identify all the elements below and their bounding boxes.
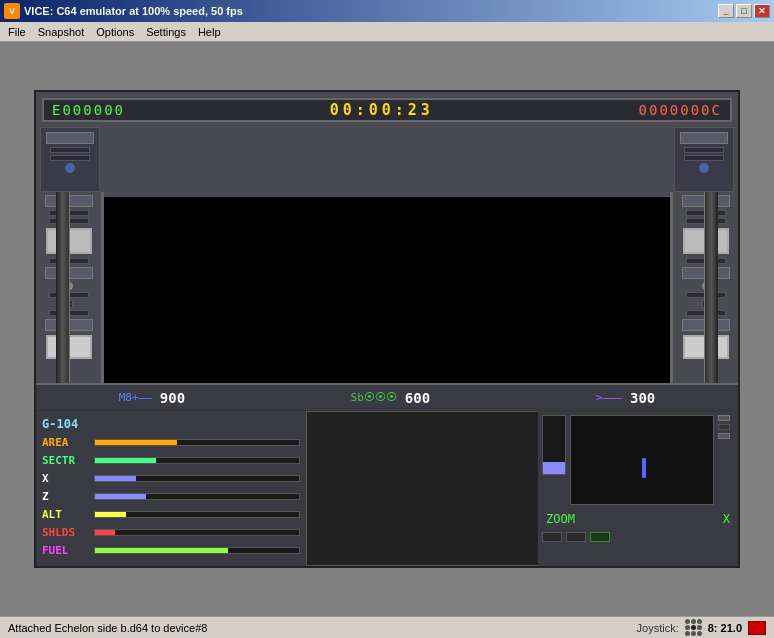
maximize-button[interactable]: □ (736, 4, 752, 18)
timer: 00:00:23 (330, 101, 434, 119)
score-bar: E000000 00:00:23 0000000C (42, 98, 732, 122)
space-view (104, 197, 670, 411)
joystick-label: Joystick: (637, 622, 679, 634)
title-bar-left: V VICE: C64 emulator at 100% speed, 50 f… (4, 3, 243, 19)
menu-bar: File Snapshot Options Settings Help (0, 22, 774, 42)
sectr-label: SECTR (42, 454, 94, 467)
hud-sym-3: >——— (595, 391, 622, 404)
sectr-bar (94, 457, 300, 464)
radar-grid (570, 415, 714, 507)
radar-box: ZOOM X (538, 411, 738, 566)
menu-file[interactable]: File (2, 24, 32, 40)
x-bar (94, 475, 300, 482)
fuel-bar (94, 547, 300, 554)
alt-label: ALT (42, 508, 94, 521)
speed-label: 8: 21.0 (708, 622, 742, 634)
hud-stat-1: M8+—— 900 (119, 390, 185, 406)
radar-side (718, 415, 734, 507)
top-right-panel (674, 127, 734, 192)
status-right: Joystick: 8: 21.0 (637, 619, 766, 636)
area-bar (94, 439, 300, 446)
area-label: AREA (42, 436, 94, 449)
ship-id: G-104 (42, 417, 94, 431)
cockpit-left (36, 192, 104, 411)
hud-sym-2: Sb⦿⦿⦿ (351, 391, 397, 404)
hud-val-2: 600 (405, 390, 430, 406)
window-title: VICE: C64 emulator at 100% speed, 50 fps (24, 5, 243, 17)
z-row: Z (42, 487, 300, 505)
radar-bars (542, 415, 734, 507)
zoom-bar: ZOOM X (542, 510, 734, 528)
top-left-panel (40, 127, 100, 192)
menu-snapshot[interactable]: Snapshot (32, 24, 90, 40)
score-left: E000000 (52, 102, 125, 118)
zoom-x: X (723, 512, 730, 526)
menu-options[interactable]: Options (90, 24, 140, 40)
fuel-label: FUEL (42, 544, 94, 557)
map-area (306, 411, 546, 566)
cockpit-bottom: G-104 AREA SECTR X (36, 411, 738, 566)
window-controls[interactable]: _ □ ✕ (718, 4, 770, 18)
sectr-row: SECTR (42, 451, 300, 469)
minimize-button[interactable]: _ (718, 4, 734, 18)
cockpit-top: E000000 00:00:23 0000000C (36, 92, 738, 197)
hud-val-3: 300 (630, 390, 655, 406)
info-box: G-104 AREA SECTR X (36, 411, 306, 566)
status-indicator (748, 621, 766, 635)
close-button[interactable]: ✕ (754, 4, 770, 18)
hud-strip: M8+—— 900 Sb⦿⦿⦿ 600 >——— 300 (36, 383, 738, 411)
menu-help[interactable]: Help (192, 24, 227, 40)
joystick-icon (685, 619, 702, 636)
z-bar (94, 493, 300, 500)
shlds-label: SHLDS (42, 526, 94, 539)
pillar-right (704, 192, 718, 411)
menu-settings[interactable]: Settings (140, 24, 192, 40)
title-bar: V VICE: C64 emulator at 100% speed, 50 f… (0, 0, 774, 22)
z-label: Z (42, 490, 94, 503)
hud-sym-1: M8+—— (119, 391, 152, 404)
ship-id-row: G-104 (42, 415, 300, 433)
hud-stat-3: >——— 300 (595, 390, 655, 406)
status-message: Attached Echelon side b.d64 to device#8 (8, 622, 207, 634)
score-right: 0000000C (639, 102, 722, 118)
hud-stat-2: Sb⦿⦿⦿ 600 (351, 390, 431, 406)
emulator-container: E000000 00:00:23 0000000C (0, 42, 774, 616)
area-row: AREA (42, 433, 300, 451)
x-row: X (42, 469, 300, 487)
radar-bar-1 (542, 415, 566, 475)
x-label: X (42, 472, 94, 485)
hud-val-1: 900 (160, 390, 185, 406)
shlds-bar (94, 529, 300, 536)
pillar-left (56, 192, 70, 411)
bottom-lights (542, 532, 734, 542)
alt-bar (94, 511, 300, 518)
game-screen: E000000 00:00:23 0000000C (34, 90, 740, 568)
zoom-label: ZOOM (546, 512, 575, 526)
status-bar: Attached Echelon side b.d64 to device#8 … (0, 616, 774, 638)
app-icon: V (4, 3, 20, 19)
alt-row: ALT (42, 505, 300, 523)
fuel-row: FUEL (42, 541, 300, 559)
shlds-row: SHLDS (42, 523, 300, 541)
